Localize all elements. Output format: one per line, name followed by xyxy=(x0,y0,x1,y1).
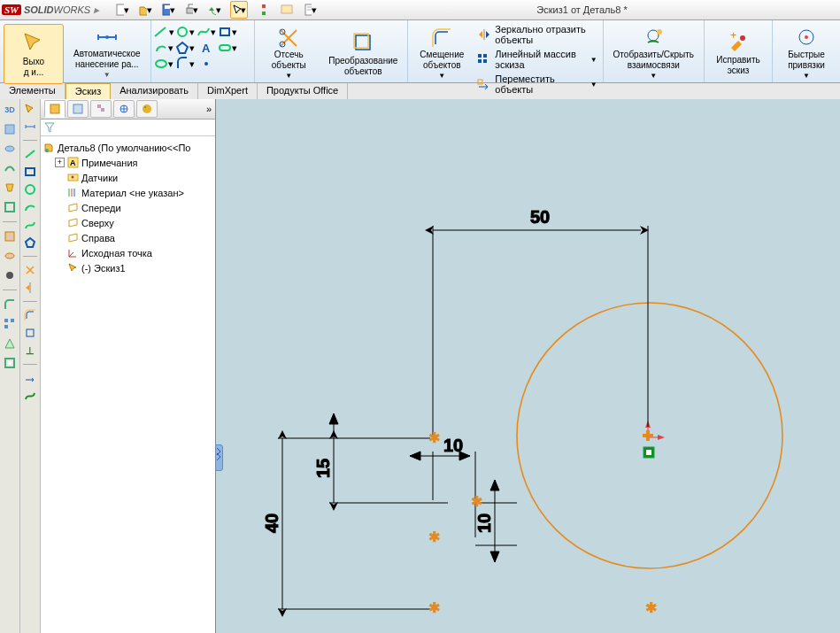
svg-rect-3 xyxy=(187,8,193,13)
cut-revolve-icon[interactable] xyxy=(3,249,17,263)
open-icon[interactable]: ▾ xyxy=(138,3,152,17)
circle-icon[interactable]: ▾ xyxy=(174,24,196,40)
tree-plane-front[interactable]: Спереди xyxy=(42,200,213,215)
svg-rect-64 xyxy=(97,104,101,108)
select-icon[interactable]: ▾ xyxy=(230,1,248,19)
svg-marker-105 xyxy=(490,552,499,562)
cut-extrude-icon[interactable] xyxy=(3,229,17,243)
tree-root[interactable]: Деталь8 (По умолчанию<<По xyxy=(42,140,213,155)
svg-rect-57 xyxy=(26,168,35,175)
svg-text:A: A xyxy=(202,42,211,55)
repair-sketch-button[interactable]: + Исправить эскиз xyxy=(708,24,768,84)
tree-annotations[interactable]: +AПримечания xyxy=(42,155,213,170)
sheet-icon[interactable]: ▾ xyxy=(303,3,317,17)
svg-point-31 xyxy=(740,35,745,41)
tree-plane-top[interactable]: Сверху xyxy=(42,215,213,230)
ellipse-icon[interactable]: ▾ xyxy=(153,56,174,72)
mirror-tool-icon[interactable] xyxy=(24,282,36,294)
dim-15[interactable]: 15 xyxy=(313,413,448,503)
tree-sketch1[interactable]: (-) Эскиз1 xyxy=(42,260,213,275)
pattern-icon[interactable] xyxy=(3,317,17,331)
fm-tab-prop-icon[interactable] xyxy=(67,100,89,118)
dim-40[interactable]: 40 xyxy=(262,438,430,609)
svg-rect-51 xyxy=(4,319,8,322)
rebuild-icon[interactable] xyxy=(257,3,271,17)
line-icon[interactable]: ▾ xyxy=(153,24,174,40)
tree-plane-right[interactable]: Справа xyxy=(42,230,213,245)
tab-office[interactable]: Продукты Office xyxy=(258,83,348,101)
3d-icon[interactable]: 3D xyxy=(3,103,17,117)
ribbon: Выхо д и... Автоматическое нанесение ра.… xyxy=(0,20,840,83)
fm-tab-tree-icon[interactable] xyxy=(44,100,66,118)
polygon-icon[interactable]: ▾ xyxy=(174,40,196,56)
arc-tool-icon[interactable] xyxy=(24,201,36,213)
display-relations-button[interactable]: Отобразить/Скрыть взаимосвязи▼ xyxy=(607,24,700,84)
left-rail-2: ⊥ xyxy=(20,99,41,633)
tab-features[interactable]: Элементы xyxy=(0,83,66,101)
poly-tool-icon[interactable] xyxy=(24,236,36,249)
mirror-button[interactable]: Зеркально отразить объекты xyxy=(477,24,597,45)
dim-10v[interactable]: 10 xyxy=(474,480,517,562)
fm-tab-config-icon[interactable] xyxy=(90,100,112,118)
circle-tool-icon[interactable] xyxy=(24,183,36,196)
svg-rect-52 xyxy=(11,319,14,322)
fm-tab-render-icon[interactable] xyxy=(136,100,158,118)
move-tool-icon[interactable] xyxy=(24,372,36,384)
dim-50[interactable]: 50 xyxy=(433,207,648,438)
options-icon[interactable] xyxy=(280,3,294,17)
slot-icon[interactable]: ▾ xyxy=(217,40,238,56)
boundary-icon[interactable] xyxy=(3,200,17,214)
save-icon[interactable]: ▾ xyxy=(161,3,175,17)
svg-text:✱: ✱ xyxy=(645,600,657,615)
box-icon[interactable] xyxy=(3,122,17,136)
feature-tree: Деталь8 (По умолчанию<<По +AПримечания Д… xyxy=(41,136,215,633)
dim-icon[interactable] xyxy=(24,120,36,133)
svg-rect-17 xyxy=(220,45,230,50)
text-icon[interactable]: A xyxy=(196,40,217,56)
linear-pattern-button[interactable]: Линейный массив эскиза ▼ xyxy=(477,49,597,70)
rect-tool-icon[interactable] xyxy=(24,166,36,178)
offset-button[interactable]: Смещение объектов▼ xyxy=(412,24,472,84)
line-tool-icon[interactable] xyxy=(24,148,36,160)
fm-expand-icon[interactable]: » xyxy=(206,104,212,114)
dim-10h[interactable]: 10 xyxy=(410,436,475,537)
fm-tab-dim-icon[interactable] xyxy=(113,100,135,118)
smart-dimension-button[interactable]: Автоматическое нанесение ра... ▼ xyxy=(67,24,147,84)
undo-icon[interactable]: ▾ xyxy=(207,3,221,17)
spline-tool-icon[interactable] xyxy=(24,219,36,231)
graphics-area[interactable]: 50 40 15 xyxy=(216,99,840,633)
tab-dimxpert[interactable]: DimXpert xyxy=(198,83,258,101)
expand-icon[interactable]: + xyxy=(55,158,65,167)
trim-button[interactable]: Отсечь объекты▼ xyxy=(258,24,319,84)
rect-icon[interactable]: ▾ xyxy=(217,24,238,40)
svg-point-50 xyxy=(6,272,13,279)
point-icon[interactable] xyxy=(196,56,217,72)
fm-filter-input[interactable] xyxy=(41,120,215,136)
tree-origin[interactable]: Исходная точка xyxy=(42,245,213,260)
move-button[interactable]: Переместить объекты ▼ xyxy=(477,73,597,95)
trim-tool-icon[interactable] xyxy=(24,264,36,276)
tab-evaluate[interactable]: Анализировать xyxy=(111,83,198,101)
fillet-icon[interactable]: ▾ xyxy=(174,56,196,72)
tree-sensors[interactable]: Датчики xyxy=(42,170,213,185)
shell-icon[interactable] xyxy=(3,356,17,370)
offset-tool-icon[interactable] xyxy=(24,309,36,321)
convert-button[interactable]: Преобразование объектов xyxy=(322,24,404,84)
new-icon[interactable]: ▾ xyxy=(115,3,129,17)
loft-icon[interactable] xyxy=(3,181,17,195)
convert-tool-icon[interactable] xyxy=(24,327,36,339)
spline-icon[interactable]: ▾ xyxy=(196,24,217,40)
quick-snaps-button[interactable]: Быстрые привязки▼ xyxy=(776,24,836,84)
tree-material[interactable]: Материал <не указан> xyxy=(42,185,213,200)
fillet-feat-icon[interactable] xyxy=(3,297,17,312)
spline2-icon[interactable] xyxy=(24,390,36,402)
print-icon[interactable]: ▾ xyxy=(184,3,198,17)
arc-icon[interactable]: ▾ xyxy=(153,40,174,56)
sweep-icon[interactable] xyxy=(3,161,17,175)
sketch-mode-icon[interactable] xyxy=(24,103,36,115)
exit-sketch-button[interactable]: Выхо д и... xyxy=(4,24,64,84)
revolve-icon[interactable] xyxy=(3,142,17,156)
relations-tool-icon[interactable]: ⊥ xyxy=(24,344,36,357)
hole-icon[interactable] xyxy=(3,268,17,282)
rib-icon[interactable] xyxy=(3,336,17,351)
